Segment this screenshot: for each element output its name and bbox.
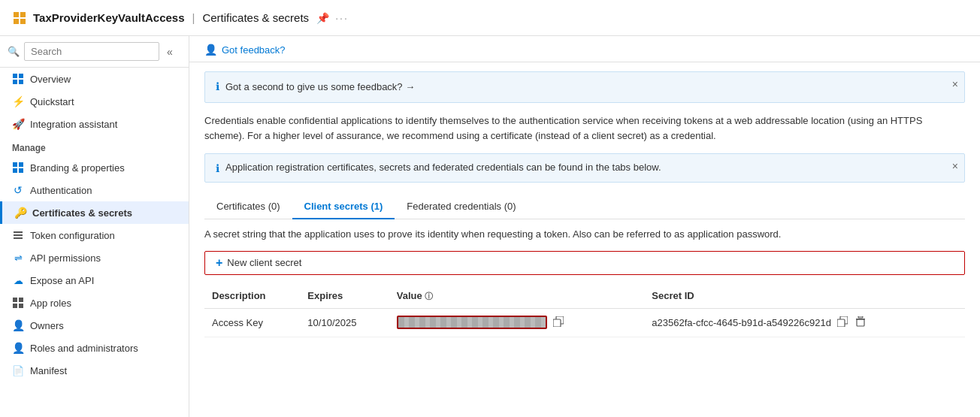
sidebar-collapse-button[interactable]: « <box>164 44 176 59</box>
roles-icon: 👤 <box>12 342 24 354</box>
delete-secret-button[interactable] <box>854 315 867 331</box>
svg-rect-11 <box>19 168 23 173</box>
sidebar-item-label: API permissions <box>30 252 101 264</box>
svg-rect-20 <box>553 319 561 327</box>
svg-rect-18 <box>19 304 23 308</box>
manifest-icon: 📄 <box>12 364 24 376</box>
api-icon: ⇌ <box>12 252 24 264</box>
value-masked-field <box>397 316 547 329</box>
credentials-description: Credentials enable confidential applicat… <box>204 113 965 145</box>
tab-certificates[interactable]: Certificates (0) <box>204 195 292 219</box>
feedback-header: 👤 Got feedback? <box>189 36 980 62</box>
col-description: Description <box>204 284 300 309</box>
row-secret-id: a23562fa-cfcc-4645-b91d-a549226c921d <box>644 308 965 337</box>
value-cell <box>397 315 637 331</box>
app-icon <box>12 11 27 26</box>
sidebar-item-label: Branding & properties <box>30 162 125 174</box>
svg-rect-10 <box>13 168 17 173</box>
svg-rect-3 <box>20 19 26 24</box>
manage-section-label: Manage <box>0 135 189 156</box>
search-icon: 🔍 <box>8 46 20 57</box>
sidebar-item-label: Token configuration <box>30 230 115 241</box>
sidebar-item-label: Owners <box>30 320 64 331</box>
tabs-banner-close[interactable]: × <box>952 160 958 172</box>
sidebar-item-label: Quickstart <box>30 96 74 107</box>
overview-icon <box>12 73 24 85</box>
svg-rect-13 <box>14 234 23 236</box>
integration-icon: 🚀 <box>12 118 24 130</box>
tabs-info-banner: ℹ Application registration certificates,… <box>204 153 965 183</box>
certs-icon: 🔑 <box>14 207 26 219</box>
info-icon-2: ℹ <box>216 162 219 174</box>
table-row: Access Key 10/10/2025 a23562fa-cfcc-4645… <box>204 308 965 337</box>
more-options-icon[interactable]: ··· <box>335 12 349 24</box>
svg-rect-5 <box>19 74 23 78</box>
content-area: 👤 Got feedback? ℹ Got a second to give u… <box>189 36 980 417</box>
svg-rect-6 <box>13 80 17 84</box>
sidebar-item-label: Certificates & secrets <box>32 207 132 219</box>
app-name: TaxProviderKeyVaultAccess <box>33 11 185 24</box>
search-input[interactable] <box>24 42 159 61</box>
row-description: Access Key <box>204 308 300 337</box>
svg-rect-1 <box>20 12 26 17</box>
sidebar-item-branding[interactable]: Branding & properties <box>0 156 189 179</box>
svg-rect-8 <box>13 162 17 167</box>
svg-rect-2 <box>14 19 19 24</box>
svg-rect-14 <box>14 237 23 239</box>
owners-icon: 👤 <box>12 319 24 331</box>
quickstart-icon: ⚡ <box>12 95 24 107</box>
client-secrets-description: A secret string that the application use… <box>204 227 965 242</box>
copy-value-button[interactable] <box>552 315 565 331</box>
sidebar-item-token[interactable]: Token configuration <box>0 224 189 246</box>
new-client-secret-button[interactable]: + New client secret <box>204 251 965 275</box>
copy-secret-id-button[interactable] <box>836 315 849 331</box>
sidebar-search-bar[interactable]: 🔍 « <box>0 36 189 68</box>
page-title: Certificates & secrets <box>202 11 309 24</box>
row-value <box>389 308 645 337</box>
svg-rect-4 <box>13 74 17 78</box>
feedback-banner-text: Got a second to give us some feedback? → <box>225 80 415 95</box>
sidebar-item-label: Roles and administrators <box>30 343 138 354</box>
row-expires: 10/10/2025 <box>300 308 389 337</box>
tab-client-secrets[interactable]: Client secrets (1) <box>292 195 395 219</box>
sidebar-item-roles[interactable]: 👤 Roles and administrators <box>0 337 189 359</box>
secrets-table: Description Expires Value ⓘ Secret ID Ac… <box>204 284 965 337</box>
main-layout: 🔍 « Overview ⚡ Quickstart 🚀 Integration … <box>0 36 980 417</box>
add-btn-label: New client secret <box>227 257 301 268</box>
sidebar-item-api[interactable]: ⇌ API permissions <box>0 246 189 269</box>
branding-icon <box>12 162 24 174</box>
authentication-icon: ↺ <box>12 184 24 196</box>
feedback-banner-close[interactable]: × <box>952 78 958 90</box>
svg-rect-7 <box>19 80 23 84</box>
sidebar-item-integration[interactable]: 🚀 Integration assistant <box>0 113 189 135</box>
sidebar-item-label: Integration assistant <box>30 119 117 130</box>
sidebar-item-quickstart[interactable]: ⚡ Quickstart <box>0 90 189 113</box>
sidebar-item-label: Overview <box>30 74 71 85</box>
pin-icon[interactable]: 📌 <box>316 12 329 24</box>
feedback-icon: 👤 <box>204 44 217 56</box>
plus-icon: + <box>216 256 222 270</box>
svg-rect-17 <box>13 304 17 308</box>
feedback-link[interactable]: Got feedback? <box>222 44 286 56</box>
title-separator: | <box>192 11 195 24</box>
sidebar-item-label: Manifest <box>30 365 67 376</box>
svg-rect-16 <box>19 298 23 302</box>
sidebar-item-expose[interactable]: ☁ Expose an API <box>0 269 189 292</box>
svg-rect-24 <box>858 316 863 318</box>
sidebar-item-authentication[interactable]: ↺ Authentication <box>0 179 189 201</box>
svg-rect-12 <box>14 231 23 233</box>
tab-federated[interactable]: Federated credentials (0) <box>395 195 528 219</box>
sidebar-item-owners[interactable]: 👤 Owners <box>0 314 189 337</box>
sidebar-item-manifest[interactable]: 📄 Manifest <box>0 359 189 382</box>
col-expires: Expires <box>300 284 389 309</box>
sidebar-item-certs[interactable]: 🔑 Certificates & secrets <box>0 201 189 224</box>
sidebar-item-overview[interactable]: Overview <box>0 68 189 90</box>
approles-icon <box>12 297 24 309</box>
top-bar: TaxProviderKeyVaultAccess | Certificates… <box>0 0 980 36</box>
token-icon <box>12 229 24 241</box>
tabs-banner-text: Application registration certificates, s… <box>225 162 661 173</box>
sidebar-item-approles[interactable]: App roles <box>0 292 189 314</box>
sidebar-item-label: Authentication <box>30 185 92 196</box>
sidebar: 🔍 « Overview ⚡ Quickstart 🚀 Integration … <box>0 36 189 417</box>
svg-rect-22 <box>837 319 845 327</box>
